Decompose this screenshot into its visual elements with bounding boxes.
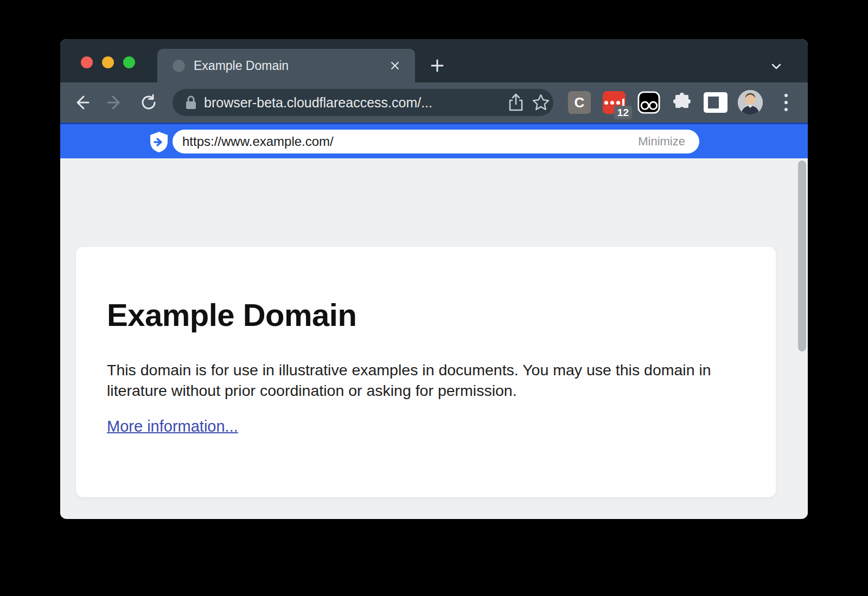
lock-icon	[184, 95, 197, 110]
new-tab-button[interactable]	[425, 53, 450, 78]
tab-close-icon[interactable]	[386, 56, 404, 75]
minimize-window-button[interactable]	[102, 56, 114, 68]
plus-icon	[429, 57, 445, 74]
close-window-button[interactable]	[81, 56, 93, 68]
scrollbar-thumb[interactable]	[798, 161, 806, 351]
remote-url-input[interactable]: https://www.example.com/ Minimize	[173, 130, 699, 153]
minimize-bar-button[interactable]: Minimize	[638, 134, 685, 149]
extension-recorder-button[interactable]	[637, 91, 660, 114]
profile-avatar[interactable]	[738, 90, 763, 115]
star-icon	[532, 93, 550, 112]
side-panel-icon	[704, 92, 727, 113]
navigation-toolbar: browser-beta.cloudflareaccess.com/... C …	[60, 82, 808, 123]
shield-arrow-icon	[148, 131, 170, 153]
globe-favicon-icon	[171, 59, 186, 73]
remote-url-text: https://www.example.com/	[182, 134, 638, 149]
page-paragraph: This domain is for use in illustrative e…	[107, 360, 736, 401]
back-button[interactable]	[67, 88, 95, 117]
password-dots-icon	[604, 99, 624, 106]
browser-menu-button[interactable]	[775, 91, 797, 114]
back-arrow-icon	[72, 93, 91, 112]
tab-search-button[interactable]	[765, 55, 787, 77]
reload-icon	[140, 94, 157, 111]
chevron-down-icon	[769, 59, 783, 73]
extension-password-manager-button[interactable]: 12	[603, 91, 626, 114]
window-controls	[81, 56, 135, 68]
extension-badge: 12	[614, 106, 632, 119]
share-button[interactable]	[503, 90, 528, 115]
page-heading: Example Domain	[107, 297, 356, 333]
zoom-window-button[interactable]	[123, 56, 135, 68]
address-text: browser-beta.cloudflareaccess.com/...	[204, 95, 503, 111]
forward-button[interactable]	[101, 88, 129, 117]
tab-example-domain[interactable]: Example Domain	[157, 49, 415, 82]
share-icon	[508, 93, 524, 112]
kebab-menu-icon	[784, 94, 788, 97]
side-panel-button[interactable]	[704, 92, 727, 113]
forward-arrow-icon	[106, 93, 124, 112]
tab-title: Example Domain	[194, 59, 386, 73]
extension-c-label: C	[575, 94, 585, 111]
address-bar[interactable]: browser-beta.cloudflareaccess.com/...	[173, 89, 553, 116]
extensions-menu-button[interactable]	[671, 91, 693, 114]
more-information-link[interactable]: More information...	[107, 418, 238, 435]
reload-button[interactable]	[135, 88, 163, 117]
browser-window: Example Domain browser-beta.clo	[60, 39, 808, 519]
bookmark-button[interactable]	[528, 90, 553, 115]
remote-browser-bar: https://www.example.com/ Minimize	[60, 123, 808, 158]
puzzle-piece-icon	[672, 93, 692, 112]
extension-c-button[interactable]: C	[568, 91, 591, 114]
content-card: Example Domain This domain is for use in…	[76, 247, 776, 497]
avatar-photo	[738, 90, 763, 115]
page-viewport: Example Domain This domain is for use in…	[60, 158, 808, 517]
two-circles-icon	[637, 91, 660, 114]
tab-strip: Example Domain	[60, 39, 808, 82]
